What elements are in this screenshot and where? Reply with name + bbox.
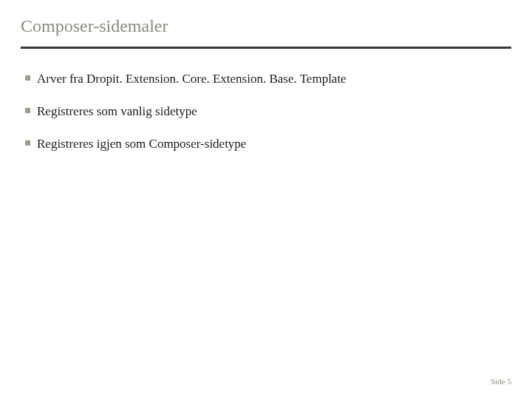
title-divider — [21, 47, 511, 49]
slide-title: Composer-sidemaler — [21, 16, 511, 36]
list-item: Arver fra Dropit. Extension. Core. Exten… — [21, 71, 511, 87]
list-item: Registreres igjen som Composer-sidetype — [21, 136, 511, 152]
list-item: Registreres som vanlig sidetype — [21, 103, 511, 120]
bullet-list: Arver fra Dropit. Extension. Core. Exten… — [21, 71, 511, 152]
page-number: Side 5 — [491, 377, 511, 386]
slide: Composer-sidemaler Arver fra Dropit. Ext… — [0, 0, 532, 399]
